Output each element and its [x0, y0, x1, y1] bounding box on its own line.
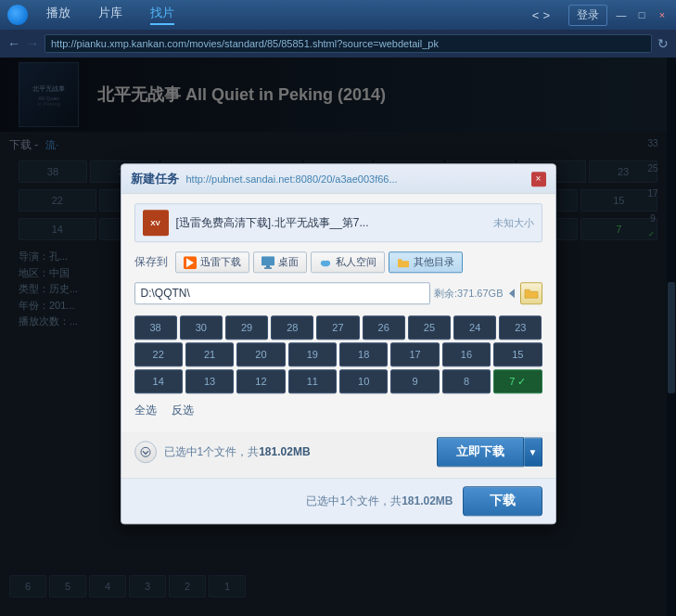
minimize-btn[interactable]: —	[615, 8, 628, 21]
dep-28[interactable]: 28	[271, 315, 313, 340]
title-bar: 播放 片库 找片 < > 登录 — □ ×	[0, 0, 676, 30]
nav-menu: 播放 片库 找片	[46, 5, 514, 25]
login-btn[interactable]: 登录	[568, 5, 607, 26]
nav-library[interactable]: 片库	[98, 5, 122, 25]
selection-summary: 已选中1个文件，共181.02MB	[164, 444, 311, 460]
path-row: 剩余:371.67GB	[134, 282, 542, 304]
forward-arrow[interactable]: >	[542, 8, 550, 22]
dep-8[interactable]: 8	[442, 369, 491, 393]
dep-7[interactable]: 7 ✓	[493, 369, 542, 393]
dep-13[interactable]: 13	[185, 369, 234, 393]
back-arrow[interactable]: <	[532, 8, 540, 22]
expand-btn[interactable]	[134, 441, 157, 463]
window-controls: 登录 — □ ×	[568, 5, 669, 26]
select-all-btn[interactable]: 全选	[134, 403, 157, 418]
save-to-xunlei-btn[interactable]: 迅雷下载	[175, 251, 249, 273]
svg-rect-4	[264, 267, 272, 269]
dep-15[interactable]: 15	[493, 342, 542, 366]
dep-29[interactable]: 29	[225, 315, 268, 340]
dep-25[interactable]: 25	[408, 315, 451, 340]
maximize-btn[interactable]: □	[635, 8, 648, 21]
save-to-desktop-btn[interactable]: 桌面	[253, 251, 307, 273]
desktop-icon	[261, 256, 274, 269]
dialog-ep-row-3: 14 13 12 11 10 9 8 7 ✓	[134, 369, 542, 393]
file-name: [迅雷免费高清下载].北平无战事__第7...	[176, 215, 486, 231]
dep-30[interactable]: 30	[180, 315, 223, 340]
dep-21[interactable]: 21	[185, 342, 234, 366]
refresh-btn[interactable]: ↻	[657, 36, 669, 51]
final-download-btn[interactable]: 下载	[463, 486, 542, 516]
immediate-download-btn[interactable]: 立即下载	[437, 437, 524, 467]
dep-10[interactable]: 10	[339, 369, 388, 393]
forward-btn[interactable]: →	[26, 36, 39, 51]
close-btn[interactable]: ×	[656, 8, 669, 21]
svg-rect-2	[261, 256, 274, 265]
cloud-icon	[319, 256, 332, 269]
open-folder-icon	[524, 287, 539, 300]
new-task-dialog: 新建任务 http://pubnet.sandai.net:8080/20/a3…	[121, 163, 556, 524]
dep-16[interactable]: 16	[442, 342, 491, 366]
svg-rect-3	[266, 265, 270, 267]
nav-play[interactable]: 播放	[46, 5, 70, 25]
main-content: 北平无战事 All Quiet in Peking 北平无战事 All Quie…	[0, 58, 676, 616]
save-to-row: 保存到 迅雷下载 桌面	[134, 251, 542, 273]
file-size-unknown: 未知大小	[493, 216, 534, 230]
sort-icon	[509, 289, 515, 298]
dep-12[interactable]: 12	[236, 369, 285, 393]
final-download-bar: 已选中1个文件，共181.02MB 下载	[121, 478, 555, 523]
dialog-title: 新建任务	[131, 171, 179, 187]
file-type-icon: XV	[143, 210, 169, 236]
select-all-row: 全选 反选	[134, 399, 542, 422]
final-selection-info: 已选中1个文件，共181.02MB	[306, 494, 453, 509]
dialog-ep-row-2: 22 21 20 19 18 17 16 15	[134, 342, 542, 366]
dialog-episode-grid: 38 30 29 28 27 26 25 24 23 22 21 20 19 1…	[134, 315, 542, 393]
browse-folder-btn[interactable]	[520, 282, 542, 304]
download-dropdown-btn[interactable]: ▼	[524, 437, 542, 467]
address-bar: ← → ↻	[0, 30, 676, 58]
dialog-body: XV [迅雷免费高清下载].北平无战事__第7... 未知大小 保存到 迅雷下载	[121, 194, 555, 431]
svg-marker-8	[509, 289, 515, 298]
path-remaining: 剩余:371.67GB	[434, 287, 504, 301]
xunlei-icon	[184, 256, 197, 269]
dep-9[interactable]: 9	[390, 369, 439, 393]
dialog-ep-row-1: 38 30 29 28 27 26 25 24 23	[134, 315, 542, 340]
nav-find[interactable]: 找片	[150, 5, 174, 25]
dialog-header: 新建任务 http://pubnet.sandai.net:8080/20/a3…	[121, 164, 555, 194]
dialog-close-btn[interactable]: ×	[531, 172, 546, 186]
back-btn[interactable]: ←	[7, 36, 20, 51]
dep-24[interactable]: 24	[453, 315, 496, 340]
dep-23[interactable]: 23	[499, 315, 542, 340]
dep-11[interactable]: 11	[288, 369, 337, 393]
dialog-url: http://pubnet.sandai.net:8080/20/a3ae003…	[186, 173, 524, 185]
history-arrows: < >	[532, 8, 550, 22]
dep-20[interactable]: 20	[236, 342, 285, 366]
invert-selection-btn[interactable]: 反选	[172, 403, 194, 418]
svg-point-9	[141, 447, 150, 456]
folder-icon	[397, 256, 410, 269]
dep-22[interactable]: 22	[134, 342, 183, 366]
file-row: XV [迅雷免费高清下载].北平无战事__第7... 未知大小	[134, 203, 542, 242]
dep-27[interactable]: 27	[316, 315, 359, 340]
url-input[interactable]	[45, 34, 652, 53]
dep-14[interactable]: 14	[134, 369, 183, 393]
dialog-footer: 已选中1个文件，共181.02MB 立即下载 ▼	[121, 431, 555, 478]
app-logo	[7, 5, 28, 25]
save-to-private-btn[interactable]: 私人空间	[311, 251, 385, 273]
dep-17[interactable]: 17	[390, 342, 439, 366]
dep-19[interactable]: 19	[288, 342, 337, 366]
path-input[interactable]	[134, 282, 430, 304]
save-to-other-btn[interactable]: 其他目录	[389, 251, 463, 273]
dep-26[interactable]: 26	[363, 315, 405, 340]
dep-38[interactable]: 38	[134, 315, 177, 340]
download-btn-group: 立即下载 ▼	[437, 437, 542, 467]
expand-icon	[140, 446, 151, 457]
svg-point-7	[325, 260, 330, 264]
dep-18[interactable]: 18	[339, 342, 388, 366]
save-to-label: 保存到	[134, 254, 168, 270]
